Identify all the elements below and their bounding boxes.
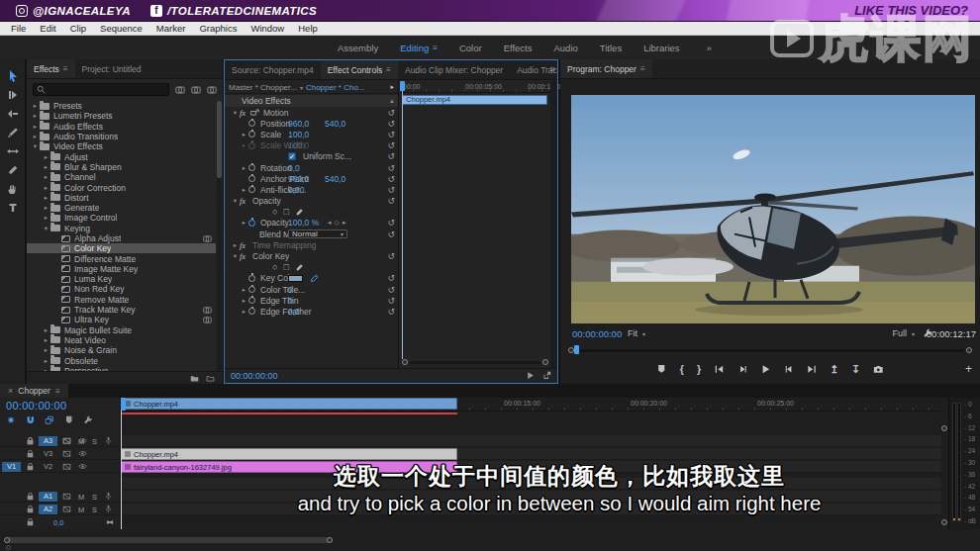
close-icon[interactable]: × (8, 386, 13, 396)
effect-property-row[interactable]: ▸ Scale Width 100,0 (225, 140, 398, 151)
new-folder-button[interactable] (206, 374, 215, 383)
effect-property-row[interactable]: Anchor Point 960,0 540,0 ↺ (225, 173, 398, 184)
mute-button[interactable]: M (78, 493, 84, 502)
panel-menu-icon[interactable]: ≡ (640, 64, 645, 73)
tree-chevron-icon[interactable]: ▸ (31, 112, 40, 120)
reset-icon[interactable]: ↺ (387, 163, 395, 173)
property-value[interactable]: 100,0 (288, 130, 309, 139)
voiceover-record-icon[interactable] (104, 505, 113, 513)
expander-icon[interactable]: ▸ (240, 186, 248, 194)
hand-tool[interactable] (5, 182, 21, 195)
panel-menu-icon[interactable]: ≡ (55, 387, 60, 396)
playback-resolution-dropdown[interactable]: Full ▾ (892, 328, 915, 338)
expander-icon[interactable]: ▾ (231, 197, 240, 205)
tree-chevron-icon[interactable]: ▾ (31, 142, 40, 150)
effect-tree-item[interactable]: ▸ Adjust (27, 151, 216, 161)
mute-button[interactable]: M (78, 505, 84, 514)
reset-icon[interactable]: ↺ (387, 218, 395, 228)
property-value[interactable]: 0 (288, 296, 293, 306)
workspace-tab[interactable]: Effects (493, 43, 543, 53)
eyedropper-icon[interactable] (310, 274, 319, 283)
expander-icon[interactable]: ▸ (240, 286, 248, 294)
new-custom-bin-button[interactable] (190, 374, 199, 383)
reset-icon[interactable]: ↺ (387, 151, 395, 161)
expander-icon[interactable]: ▸ (240, 297, 248, 305)
effect-tree-item[interactable]: ▸ Audio Transitions (27, 132, 216, 141)
effect-tree-item[interactable]: ▸ Generate (27, 203, 216, 213)
timeline-horizontal-scrollbar[interactable] (6, 536, 936, 544)
property-value[interactable]: 0 (288, 285, 293, 295)
stopwatch-icon[interactable] (248, 297, 255, 304)
stopwatch-icon[interactable] (248, 275, 255, 282)
selection-tool[interactable] (5, 69, 21, 82)
yuv-effects-badge-icon[interactable] (207, 85, 217, 95)
expander-icon[interactable]: ▾ (231, 109, 240, 117)
mark-out-icon[interactable]: } (697, 363, 701, 375)
effect-property-row[interactable]: ▾ fx Color Key (225, 250, 398, 261)
panel-tab[interactable]: Audio Clip Mixer: Chopper (398, 60, 510, 79)
effect-property-row[interactable]: ▸ Opacity 100,0 % (225, 218, 398, 229)
scrollbar-handle[interactable] (4, 537, 10, 543)
effect-tree-item[interactable]: ▾ Video Effects (27, 141, 216, 151)
reset-icon[interactable]: ↺ (387, 140, 395, 150)
solo-button[interactable]: S (92, 493, 97, 502)
effect-tree-item[interactable]: ▸ Color Correction (27, 182, 216, 192)
effect-tree-item[interactable]: Ultra Key (27, 315, 216, 324)
panel-tab[interactable]: Program: Chopper ≡ (560, 59, 652, 78)
effect-tree-item[interactable]: ▾ Keying (27, 224, 216, 233)
tabs-overflow-button[interactable]: » (549, 63, 555, 74)
reset-icon[interactable]: ↺ (387, 108, 395, 118)
button-editor-plus[interactable]: + (965, 359, 972, 379)
effect-property-row[interactable]: ✓ Uniform Sc... ↺ (225, 151, 398, 162)
expander-icon[interactable]: ▸ (240, 308, 248, 316)
scrollbar-handle[interactable] (327, 537, 333, 543)
effect-property-row[interactable]: ▸ Anti-flicker... 0,00 (225, 184, 398, 195)
sync-lock-icon[interactable] (62, 436, 71, 445)
reset-icon[interactable]: ↺ (387, 119, 395, 129)
mini-playhead[interactable] (400, 81, 405, 91)
tree-chevron-icon[interactable]: ▸ (42, 173, 50, 181)
step-forward-icon[interactable] (784, 364, 795, 375)
blend-mode-dropdown[interactable]: Normal ▾ (288, 230, 347, 238)
sync-lock-icon[interactable] (62, 492, 71, 501)
export-icon[interactable] (542, 371, 551, 380)
effect-tree-item[interactable]: ▸ Audio Effects (27, 122, 216, 132)
effect-property-row[interactable]: Key Color ↺ (225, 273, 398, 284)
scrollbar-handle[interactable] (941, 519, 947, 525)
tree-chevron-icon[interactable]: ▾ (42, 225, 50, 232)
panel-tab[interactable]: Project: Untitled (75, 59, 148, 78)
timeline-tab[interactable]: × Chopper ≡ (0, 384, 68, 398)
effect-tree-item[interactable]: Difference Matte (27, 253, 216, 263)
voiceover-record-icon[interactable] (104, 436, 113, 445)
stopwatch-icon[interactable] (248, 220, 255, 227)
panel-tab[interactable]: Effect Controls ≡ (321, 60, 398, 79)
track-target-button[interactable]: A2 (39, 505, 57, 514)
effect-property-row[interactable]: ▸ Color Tole... 0 (225, 284, 398, 295)
play-icon[interactable] (526, 371, 535, 380)
effect-property-row[interactable]: ▸ Scale 100,0 (225, 129, 398, 139)
reset-icon[interactable]: ↺ (387, 196, 395, 206)
mark-in-icon[interactable]: { (680, 363, 684, 375)
effect-property-row[interactable]: ▸ Edge Thin 0 (225, 295, 398, 306)
track-lock-icon[interactable] (26, 505, 35, 513)
menu-item[interactable]: Edit (33, 23, 62, 34)
effect-tree-item[interactable]: ▸ Magic Bullet Suite (27, 325, 216, 335)
step-back-icon[interactable] (737, 364, 748, 375)
effect-property-row[interactable]: ▾ fx Motion (225, 107, 398, 118)
mini-timeline-scrollbar[interactable] (402, 358, 548, 367)
master-clip-selector[interactable]: Master * Chopper... (229, 83, 297, 92)
search-input[interactable] (33, 83, 169, 96)
pen-tool[interactable] (5, 163, 21, 176)
menu-item[interactable]: Window (244, 23, 291, 34)
stopwatch-icon[interactable] (248, 175, 255, 182)
menu-item[interactable]: Clip (63, 23, 93, 34)
collapse-section-icon[interactable]: ▲ (389, 98, 395, 104)
32bit-color-badge-icon[interactable] (191, 85, 201, 95)
effect-tree-item[interactable]: Luma Key (27, 274, 216, 284)
type-tool[interactable] (5, 201, 21, 214)
scrollbar-handle[interactable] (568, 347, 574, 353)
go-to-in-icon[interactable] (714, 364, 725, 375)
add-marker-icon[interactable] (64, 415, 74, 425)
effect-tree-item[interactable]: ▸ Noise & Grain (27, 345, 216, 355)
scrollbar-handle[interactable] (966, 347, 972, 353)
